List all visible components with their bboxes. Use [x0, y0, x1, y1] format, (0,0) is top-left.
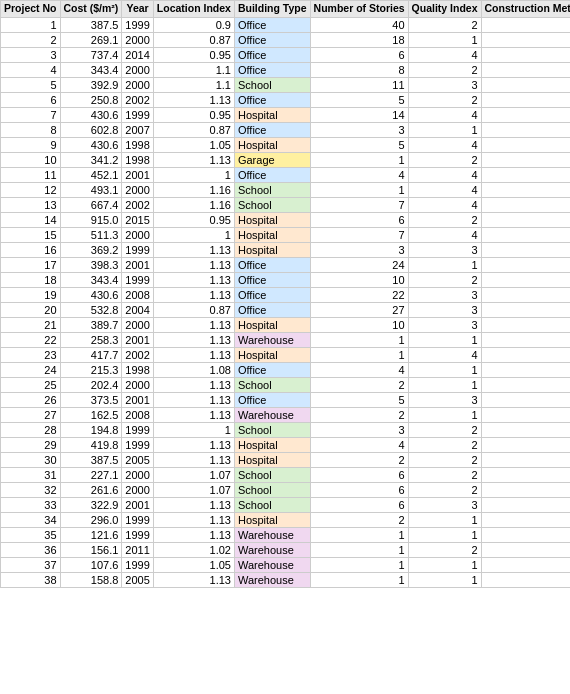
cell-stories: 7	[310, 227, 408, 242]
cell-quality: 2	[408, 62, 481, 77]
cell-stories: 2	[310, 452, 408, 467]
cell-building-type: Office	[234, 272, 310, 287]
cell-location: 1.13	[153, 257, 234, 272]
cell-quality: 2	[408, 212, 481, 227]
cell-stories: 6	[310, 482, 408, 497]
cell-quality: 1	[408, 257, 481, 272]
cell-stories: 22	[310, 287, 408, 302]
cell-quality: 3	[408, 77, 481, 92]
cell-project: 16	[1, 242, 61, 257]
cell-building-type: School	[234, 197, 310, 212]
cell-stories: 1	[310, 152, 408, 167]
cell-stories: 2	[310, 377, 408, 392]
cell-building-type: Warehouse	[234, 542, 310, 557]
cell-quality: 3	[408, 287, 481, 302]
cell-year: 1999	[122, 557, 153, 572]
cell-building-type: Hospital	[234, 317, 310, 332]
cell-year: 2014	[122, 47, 153, 62]
header-cost: Cost ($/m²)	[60, 1, 122, 18]
header-year: Year	[122, 1, 153, 18]
cell-year: 2015	[122, 212, 153, 227]
cell-cost: 341.2	[60, 152, 122, 167]
cell-cost: 215.3	[60, 362, 122, 377]
cell-project: 35	[1, 527, 61, 542]
cell-building-type: Hospital	[234, 437, 310, 452]
cell-quality: 1	[408, 572, 481, 587]
cell-construction: 1.15	[481, 227, 570, 242]
cell-project: 29	[1, 437, 61, 452]
cell-cost: 387.5	[60, 17, 122, 32]
cell-project: 20	[1, 302, 61, 317]
cell-stories: 27	[310, 302, 408, 317]
cell-location: 1.13	[153, 317, 234, 332]
cell-quality: 2	[408, 467, 481, 482]
cell-location: 1.13	[153, 407, 234, 422]
cell-year: 2000	[122, 227, 153, 242]
cell-cost: 452.1	[60, 167, 122, 182]
cell-construction: 1.2	[481, 452, 570, 467]
cell-project: 33	[1, 497, 61, 512]
cell-location: 1.13	[153, 452, 234, 467]
cell-construction: 1	[481, 32, 570, 47]
cell-year: 1999	[122, 17, 153, 32]
cell-quality: 4	[408, 47, 481, 62]
cell-project: 8	[1, 122, 61, 137]
cell-project: 9	[1, 137, 61, 152]
cell-construction: 1	[481, 497, 570, 512]
cell-stories: 24	[310, 257, 408, 272]
header-construction: Construction Methods Index	[481, 1, 570, 18]
cell-year: 1998	[122, 152, 153, 167]
cell-project: 13	[1, 197, 61, 212]
cell-construction: 1	[481, 257, 570, 272]
cell-quality: 4	[408, 182, 481, 197]
cell-year: 2000	[122, 62, 153, 77]
cell-construction: 1.05	[481, 347, 570, 362]
cell-construction: 1	[481, 62, 570, 77]
cell-year: 2000	[122, 32, 153, 47]
cell-quality: 2	[408, 452, 481, 467]
cell-building-type: Office	[234, 92, 310, 107]
cell-quality: 2	[408, 482, 481, 497]
cell-quality: 1	[408, 362, 481, 377]
cell-construction: 1	[481, 377, 570, 392]
cell-construction: 1	[481, 317, 570, 332]
cell-project: 32	[1, 482, 61, 497]
cell-construction: 1	[481, 392, 570, 407]
cell-project: 17	[1, 257, 61, 272]
cell-location: 0.87	[153, 302, 234, 317]
cell-project: 1	[1, 17, 61, 32]
data-table: Project No Cost ($/m²) Year Location Ind…	[0, 0, 570, 588]
cell-year: 2008	[122, 287, 153, 302]
cell-cost: 419.8	[60, 437, 122, 452]
cell-stories: 1	[310, 557, 408, 572]
cell-year: 1998	[122, 362, 153, 377]
cell-construction: 1	[481, 407, 570, 422]
cell-year: 2002	[122, 197, 153, 212]
cell-project: 22	[1, 332, 61, 347]
cell-location: 1.13	[153, 437, 234, 452]
cell-year: 2000	[122, 182, 153, 197]
cell-year: 1999	[122, 107, 153, 122]
cell-stories: 4	[310, 167, 408, 182]
cell-cost: 915.0	[60, 212, 122, 227]
cell-project: 25	[1, 377, 61, 392]
cell-cost: 250.8	[60, 92, 122, 107]
cell-stories: 1	[310, 527, 408, 542]
cell-cost: 158.8	[60, 572, 122, 587]
cell-quality: 1	[408, 407, 481, 422]
data-table-container[interactable]: Project No Cost ($/m²) Year Location Ind…	[0, 0, 570, 694]
cell-quality: 3	[408, 317, 481, 332]
cell-stories: 10	[310, 272, 408, 287]
cell-location: 1.16	[153, 182, 234, 197]
cell-stories: 4	[310, 362, 408, 377]
cell-quality: 2	[408, 437, 481, 452]
cell-quality: 2	[408, 17, 481, 32]
cell-year: 2001	[122, 332, 153, 347]
cell-building-type: Warehouse	[234, 332, 310, 347]
cell-quality: 2	[408, 422, 481, 437]
cell-year: 1999	[122, 422, 153, 437]
cell-stories: 40	[310, 17, 408, 32]
cell-building-type: Office	[234, 362, 310, 377]
cell-year: 2001	[122, 497, 153, 512]
cell-quality: 3	[408, 497, 481, 512]
